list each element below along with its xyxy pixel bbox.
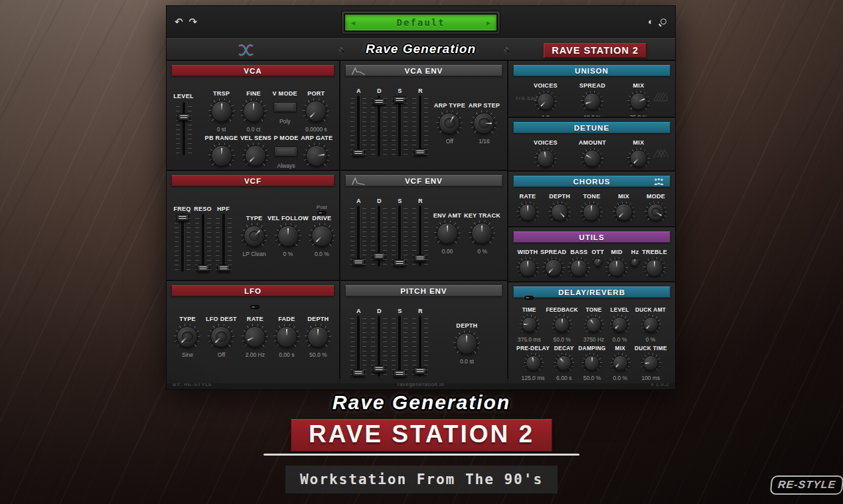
rate-sync-toggle[interactable] [250,305,260,309]
freq-slider-handle[interactable] [176,214,189,221]
v-mode-label: V MODE [273,90,297,97]
mix-knob[interactable] [630,150,647,167]
feedback-knob[interactable] [554,317,570,332]
depth-param: DEPTH50.0 % [305,316,331,358]
level-label: LEVEL [611,306,629,313]
duck-time-knob[interactable] [643,355,658,371]
decay-knob[interactable] [556,355,572,371]
s-slider-param: S [390,308,410,377]
d-slider[interactable] [370,316,388,377]
a-slider[interactable] [350,95,367,157]
mix-knob[interactable] [630,93,647,110]
pb-range-knob[interactable] [211,145,232,166]
level-knob[interactable] [612,317,627,332]
s-slider-handle[interactable] [394,96,406,103]
spread-knob[interactable] [545,259,562,277]
r-slider[interactable] [412,316,429,377]
reso-slider[interactable] [194,214,212,272]
fine-knob[interactable] [243,101,264,122]
voices-knob[interactable] [537,150,554,167]
time-sync-toggle[interactable] [524,296,534,300]
p-mode-label: P MODE [273,135,298,141]
hz-knob[interactable] [631,258,639,267]
undo-icon[interactable]: ↶ [175,16,183,28]
v-mode-button[interactable] [273,102,297,112]
preset-next-icon[interactable]: ► [485,19,492,27]
d-slider-handle[interactable] [373,98,386,105]
depth-knob[interactable] [551,204,568,221]
env-amt-knob[interactable] [437,223,458,244]
d-slider[interactable] [370,95,388,157]
r-slider-handle[interactable] [414,367,427,375]
level-slider-handle[interactable] [177,113,190,121]
d-slider-handle[interactable] [373,253,386,260]
tagline: Workstation From The 90's [285,466,558,493]
arp-step-knob[interactable] [473,113,495,134]
spread-knob[interactable] [583,93,601,110]
vel-follow-knob[interactable] [277,225,299,247]
hpf-slider-handle[interactable] [217,265,230,272]
mid-knob[interactable] [608,259,625,277]
bass-knob[interactable] [570,259,587,277]
s-slider[interactable] [391,316,408,377]
hpf-slider[interactable] [215,214,232,272]
a-slider[interactable] [350,206,367,267]
fade-knob[interactable] [276,326,297,347]
hpf-label: HPF [217,206,230,212]
depth-param: DEPTH100.0 % [548,193,571,226]
drive-knob[interactable] [311,225,333,247]
width-knob[interactable] [519,259,536,277]
arp-gate-knob[interactable] [306,145,327,166]
rate-knob[interactable] [519,204,536,221]
r-slider[interactable] [412,95,429,157]
tone-knob[interactable] [583,204,600,221]
duck-amt-knob[interactable] [643,317,658,332]
p-mode-button[interactable] [274,147,297,157]
pre-delay-knob[interactable] [526,355,541,371]
p-mode-param: P MODEAlways [273,135,298,169]
reso-slider-handle[interactable] [196,265,209,272]
treble-knob[interactable] [646,259,663,277]
time-label: TIME [522,306,536,313]
tone-knob[interactable] [586,317,601,332]
r-slider-handle[interactable] [414,149,427,156]
feedback-label: FEEDBACK [546,306,578,313]
theme-contrast-icon[interactable]: ◐ [648,17,653,27]
mix-knob[interactable] [613,355,628,371]
s-slider[interactable] [391,206,408,267]
a-slider-handle[interactable] [352,259,365,266]
d-slider[interactable] [370,206,388,267]
mix-param: MIX0.0 % [610,345,631,381]
rate-value: 2.00 Hz [246,351,265,358]
s-slider[interactable] [391,95,408,157]
a-slider-handle[interactable] [352,369,365,377]
brand-logo: Rave Generation [366,42,476,56]
a-slider[interactable] [350,316,367,377]
freq-slider[interactable] [174,214,191,272]
resize-zoom-icon[interactable] [660,19,666,25]
preset-name[interactable]: Default [396,17,445,28]
d-slider-handle[interactable] [373,365,386,373]
voices-knob[interactable] [537,93,554,110]
preset-prev-icon[interactable]: ◄ [350,19,356,27]
depth-knob[interactable] [456,333,477,354]
trsp-knob[interactable] [211,101,232,122]
titlebar: ↶ ↷ ◄ Default ► ◐ [167,6,675,38]
r-slider[interactable] [412,206,429,267]
mode-knob[interactable] [647,204,664,221]
s-slider-handle[interactable] [394,259,406,267]
a-slider-handle[interactable] [352,149,365,157]
redo-icon[interactable]: ↷ [189,16,198,28]
level-slider[interactable] [175,102,192,155]
mix-knob[interactable] [615,204,633,221]
time-knob[interactable] [522,317,537,332]
damping-knob[interactable] [584,355,599,371]
key-track-knob[interactable] [471,223,493,244]
drive-sync-toggle[interactable] [317,211,327,215]
s-slider-handle[interactable] [394,370,406,377]
type-knob[interactable] [244,225,265,247]
rate-value: 50.0 % [519,225,536,226]
depth-knob[interactable] [307,326,329,347]
r-slider-handle[interactable] [414,255,427,262]
preset-display-bezel: ◄ Default ► [341,11,500,34]
